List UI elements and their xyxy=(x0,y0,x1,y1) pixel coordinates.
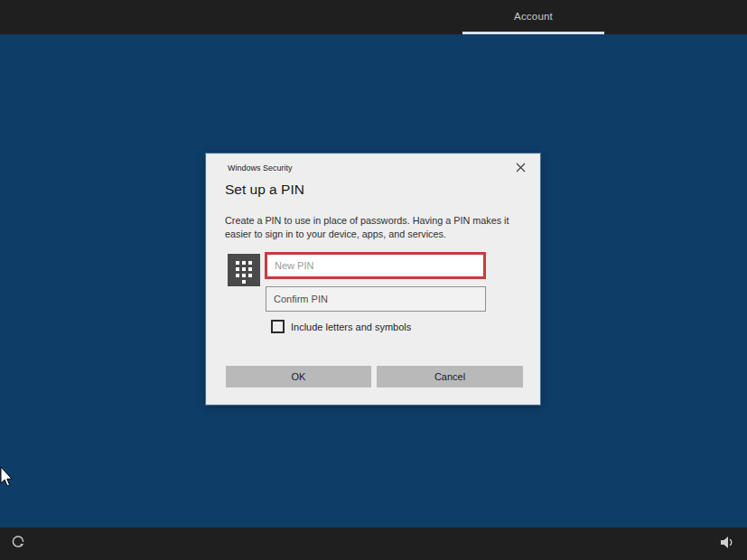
tab-account-label: Account xyxy=(514,11,553,22)
dialog-description: Create a PIN to use in place of password… xyxy=(225,214,527,241)
dialog-heading: Set up a PIN xyxy=(225,182,304,198)
volume-button[interactable] xyxy=(716,533,738,555)
oobe-screen: Account Windows Security Set up a PIN Cr… xyxy=(0,0,747,560)
volume-icon xyxy=(720,536,735,553)
confirm-pin-input[interactable] xyxy=(266,286,486,312)
ease-of-access-icon xyxy=(10,534,26,554)
cancel-button[interactable]: Cancel xyxy=(377,366,523,387)
ok-button[interactable]: OK xyxy=(226,366,371,387)
dialog-title: Windows Security xyxy=(228,163,293,173)
new-pin-input[interactable] xyxy=(265,252,486,279)
bottom-bar xyxy=(0,527,747,560)
include-letters-label[interactable]: Include letters and symbols xyxy=(291,322,411,332)
keypad-icon xyxy=(228,254,260,286)
close-icon xyxy=(516,160,526,176)
include-letters-checkbox[interactable] xyxy=(271,320,285,333)
active-tab-indicator xyxy=(462,32,604,34)
top-bar: Account xyxy=(0,0,747,34)
ease-of-access-button[interactable] xyxy=(7,533,29,555)
tab-account[interactable]: Account xyxy=(462,0,604,34)
windows-security-dialog: Windows Security Set up a PIN Create a P… xyxy=(206,154,540,405)
mouse-cursor xyxy=(0,466,14,491)
close-button[interactable] xyxy=(507,156,534,180)
include-letters-row: Include letters and symbols xyxy=(271,320,411,333)
